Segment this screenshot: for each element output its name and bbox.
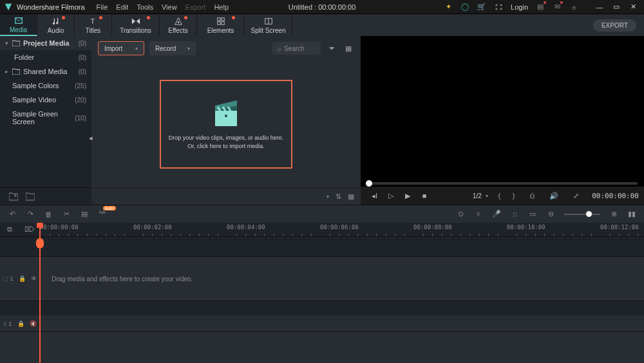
redo-button[interactable]: ↷: [26, 210, 35, 219]
tab-transitions[interactable]: Transitions: [112, 14, 160, 36]
audio-track-1[interactable]: ♫ 1 🔒 🔇: [0, 315, 644, 332]
tab-effects[interactable]: Effects: [160, 14, 197, 36]
menu-help[interactable]: Help: [214, 3, 229, 11]
expand-button[interactable]: ⤢: [567, 187, 584, 204]
volume-button[interactable]: 🔊: [545, 187, 562, 204]
preview-viewport[interactable]: [361, 36, 644, 180]
headset-icon[interactable]: ◯: [460, 3, 469, 12]
chevron-down-icon[interactable]: ▾: [327, 194, 329, 200]
zoom-slider[interactable]: [564, 214, 600, 215]
mic-icon[interactable]: 🎤: [492, 210, 501, 219]
delete-button[interactable]: 🗑: [44, 210, 53, 219]
track-body[interactable]: [40, 315, 644, 331]
grid-view-icon[interactable]: ▦: [343, 42, 354, 54]
preview-quality-dropdown[interactable]: 1/2▾: [473, 192, 488, 200]
search-input[interactable]: ⌕ Search: [272, 42, 321, 55]
scrubber-handle[interactable]: [366, 180, 372, 187]
tab-elements-label: Elements: [207, 27, 234, 34]
sidebar-label: Shared Media: [23, 68, 79, 75]
sidebar-label: Sample Video: [12, 96, 75, 104]
thumbnail-view-icon[interactable]: ▦: [348, 192, 354, 201]
export-button[interactable]: EXPORT: [593, 19, 636, 32]
gift-icon[interactable]: ⛚: [494, 3, 503, 12]
zoom-in-button[interactable]: ⊕: [609, 210, 618, 219]
elements-icon: [216, 17, 225, 26]
stop-button[interactable]: ■: [416, 187, 433, 204]
save-icon[interactable]: ▤: [536, 3, 545, 12]
record-dropdown[interactable]: Record▾: [149, 41, 196, 55]
ripple-icon[interactable]: ⧉: [5, 225, 14, 234]
sidebar-item-project-media[interactable]: ▾ Project Media (0): [0, 36, 91, 50]
lock-icon[interactable]: 🔒: [19, 275, 26, 282]
sidebar-item-sample-colors[interactable]: Sample Colors (25): [0, 79, 91, 93]
add-folder-icon[interactable]: [9, 192, 18, 201]
tab-audio[interactable]: Audio: [37, 14, 75, 36]
close-button[interactable]: ✕: [625, 0, 641, 14]
play-button[interactable]: ▷: [383, 187, 399, 204]
mail-icon[interactable]: ✉: [553, 3, 562, 12]
menu-tools[interactable]: Tools: [137, 3, 153, 11]
sort-icon[interactable]: ⇅: [336, 192, 341, 201]
svg-rect-14: [215, 111, 237, 126]
media-dropzone[interactable]: Drop your video clips, images, or audio …: [91, 60, 361, 188]
marker-icon[interactable]: ▿: [474, 210, 483, 219]
visibility-icon[interactable]: 👁: [31, 275, 37, 282]
step-forward-button[interactable]: ▶: [399, 187, 416, 204]
cart-icon[interactable]: 🛒: [477, 3, 486, 12]
zoom-fit-button[interactable]: ▮▮: [627, 210, 636, 219]
tab-media[interactable]: Media: [0, 14, 37, 36]
menu-edit[interactable]: Edit: [116, 3, 128, 11]
preview-scrubber[interactable]: [367, 182, 638, 185]
track-spacer: [0, 237, 644, 256]
lock-icon[interactable]: 🔒: [17, 321, 24, 327]
chevron-down-icon[interactable]: ▾: [5, 40, 10, 46]
tab-titles[interactable]: T Titles: [75, 14, 112, 36]
tab-elements[interactable]: Elements: [197, 14, 245, 36]
snapshot-button[interactable]: ⎙: [524, 187, 540, 204]
sidebar-item-shared-media[interactable]: ▸ Shared Media (0): [0, 64, 91, 79]
account-icon[interactable]: ⍟: [569, 3, 578, 12]
video-track-1[interactable]: ⬚ 1 🔒 👁 Drag media and effects here to c…: [0, 256, 644, 301]
magnet-icon[interactable]: ⌦: [25, 225, 34, 234]
sidebar-item-sample-green-screen[interactable]: Sample Green Screen (10): [0, 107, 91, 129]
menu-view[interactable]: View: [162, 3, 177, 11]
snapshot-icon[interactable]: ▭: [528, 210, 537, 219]
maximize-button[interactable]: ▭: [608, 0, 625, 14]
record-vo-icon[interactable]: ⊙: [456, 210, 465, 219]
menu-file[interactable]: File: [97, 3, 108, 11]
track-head-video1: ⬚ 1 🔒 👁: [0, 257, 39, 301]
minimize-button[interactable]: —: [591, 0, 608, 14]
render-button[interactable]: ʰᴵʰ: [98, 210, 107, 219]
mark-in-icon[interactable]: {: [497, 192, 502, 200]
crop-button[interactable]: ▤: [80, 210, 89, 219]
timeline-ruler[interactable]: 00:00:00:0000:00:02:0000:00:04:0000:00:0…: [40, 223, 644, 236]
titlebar: Wondershare Filmora File Edit Tools View…: [0, 0, 644, 14]
filter-icon[interactable]: ⏷: [326, 42, 337, 54]
transitions-icon: [131, 17, 140, 26]
svg-point-7: [177, 21, 179, 23]
sidebar-collapse-handle[interactable]: ◂: [89, 134, 93, 142]
mark-out-icon[interactable]: }: [512, 192, 516, 200]
sidebar-item-folder[interactable]: Folder (0): [0, 50, 91, 64]
open-folder-icon[interactable]: [26, 192, 35, 201]
import-dropdown[interactable]: Import▾: [98, 41, 144, 55]
playhead-handle[interactable]: [36, 238, 44, 248]
folder-icon: [12, 68, 20, 75]
playhead[interactable]: [39, 223, 41, 363]
tab-split-screen[interactable]: Split Screen: [245, 14, 292, 36]
compass-icon[interactable]: ✦: [444, 3, 453, 12]
main-area: ▾ Project Media (0) Folder (0) ▸ Shared …: [0, 36, 644, 205]
track-area: ⬚ 1 🔒 👁 Drag media and effects here to c…: [0, 237, 644, 363]
import-dropzone-box[interactable]: Drop your video clips, images, or audio …: [160, 80, 292, 169]
login-link[interactable]: Login: [511, 3, 528, 11]
undo-button[interactable]: ↶: [8, 210, 17, 219]
zoom-out-button[interactable]: ⊖: [546, 210, 555, 219]
mute-icon[interactable]: 🔇: [30, 321, 37, 327]
track-body[interactable]: Drag media and effects here to create yo…: [40, 257, 644, 301]
step-back-button[interactable]: ◂Ⅰ: [366, 187, 383, 204]
zoom-slider-handle[interactable]: [586, 211, 592, 217]
split-button[interactable]: ✂: [62, 210, 71, 219]
sidebar-item-sample-video[interactable]: Sample Video (20): [0, 93, 91, 107]
mixer-icon[interactable]: ⎍: [510, 210, 519, 219]
chevron-right-icon[interactable]: ▸: [5, 68, 10, 75]
